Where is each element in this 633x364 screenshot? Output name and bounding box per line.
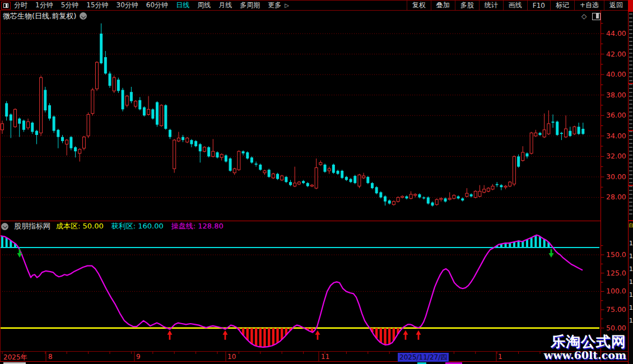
candle-body	[173, 140, 176, 169]
action-button-0[interactable]: 复权	[407, 1, 431, 10]
candle-body	[272, 174, 274, 178]
candle-body	[478, 192, 481, 197]
histogram-bar-below	[246, 328, 249, 340]
candle-body	[285, 177, 287, 182]
candle-body	[130, 92, 133, 101]
action-button-7[interactable]: +自选	[574, 1, 604, 10]
diamond-icon[interactable]: ◇	[581, 12, 587, 20]
candle-body	[294, 183, 296, 186]
histogram-bar-below	[380, 328, 382, 343]
action-button-3[interactable]: 统计	[479, 1, 503, 10]
candle-body	[242, 151, 245, 153]
main-y-label: 38.00	[606, 91, 626, 99]
candle-body	[177, 138, 180, 141]
action-button-6[interactable]: 标记	[550, 1, 574, 10]
pane-split-icon[interactable]	[592, 13, 601, 20]
period-tab-7[interactable]: 周线	[197, 1, 211, 10]
timeline-label-4: 11	[321, 353, 329, 361]
period-tab-9[interactable]: 多周期	[240, 1, 260, 10]
candle-body	[448, 198, 451, 199]
histogram-bar-below	[388, 328, 390, 344]
candle-body	[539, 133, 542, 135]
ind-y-label: 125.0	[606, 269, 626, 277]
candle-body	[203, 147, 206, 151]
candle-body	[388, 200, 391, 203]
period-tab-10[interactable]: 更多	[268, 1, 281, 10]
period-tab-1[interactable]: 1分钟	[35, 1, 53, 10]
candle-body	[109, 73, 111, 86]
candle-body	[233, 169, 236, 172]
candle-body	[27, 122, 30, 128]
candle-body	[18, 119, 21, 124]
candles[interactable]	[1, 24, 585, 207]
candle-body	[414, 194, 417, 195]
candle-body	[565, 129, 567, 137]
period-tab-3[interactable]: 15分钟	[86, 1, 108, 10]
right-panel-digit: 1	[629, 253, 633, 260]
candle-body	[40, 78, 43, 133]
histogram-bar-above	[1, 236, 3, 248]
chart-canvas[interactable]: 44.0042.0040.0038.0036.0034.0032.0030.00…	[0, 0, 633, 364]
candle-body	[169, 130, 171, 137]
candle-body	[578, 127, 580, 134]
candle-body	[138, 100, 141, 109]
candle-body	[151, 109, 154, 118]
candle-body	[328, 169, 331, 171]
candle-body	[470, 194, 473, 197]
candle-body	[100, 34, 103, 63]
candle-body	[122, 90, 124, 110]
ind-y-label: 50.00	[606, 324, 626, 332]
period-tab-0[interactable]: 分时	[14, 1, 27, 10]
candle-body	[268, 170, 271, 177]
histogram-bar-above	[534, 235, 537, 248]
candle-body	[466, 193, 468, 196]
period-tab-5[interactable]: 60分钟	[146, 1, 168, 10]
candle-body	[522, 152, 524, 161]
candle-body	[569, 131, 571, 136]
page-title: 微芯生物(日线.前复权)	[3, 11, 76, 21]
period-tab-8[interactable]: 月线	[218, 1, 232, 10]
candle-body	[48, 105, 51, 119]
candle-body	[560, 133, 563, 134]
candle-body	[405, 197, 408, 199]
sell-arrow-icon	[549, 249, 554, 258]
candle-body	[302, 181, 305, 183]
period-tab-2[interactable]: 5分钟	[61, 1, 79, 10]
right-panel-digit: 1	[629, 240, 633, 247]
candle-body	[263, 171, 266, 173]
action-button-2[interactable]: 多股	[455, 1, 479, 10]
ind-y-label: 75.00	[606, 305, 626, 314]
timeline-label-2: 9	[136, 353, 141, 361]
signal-arrows	[17, 249, 554, 340]
split-screen-icon[interactable]	[1, 2, 11, 10]
more-arrow-icon[interactable]: ▷	[285, 2, 289, 8]
buy-arrow-icon	[416, 330, 421, 340]
main-y-label: 30.00	[606, 172, 626, 181]
action-button-4[interactable]: 画线	[503, 1, 527, 10]
title-chevron-down-icon[interactable]	[80, 12, 87, 20]
candle-body	[440, 198, 443, 199]
action-button-1[interactable]: 叠加	[431, 1, 455, 10]
candle-body	[496, 184, 499, 185]
candle-body	[95, 62, 98, 89]
period-tab-4[interactable]: 30分钟	[117, 1, 138, 10]
indicator-source-name: 股朋指标网	[14, 221, 50, 231]
period-tab-6[interactable]: 日线	[176, 1, 189, 10]
action-button-5[interactable]: F10	[527, 1, 550, 10]
histogram-bar-above	[543, 239, 546, 248]
candle-body	[250, 157, 253, 162]
candle-body	[147, 109, 150, 114]
candle-body	[164, 105, 167, 129]
candle-body	[229, 158, 232, 171]
candle-body	[556, 122, 558, 135]
action-button-8[interactable]: 返回	[604, 1, 628, 10]
candle-body	[281, 176, 283, 180]
candle-body	[530, 133, 533, 153]
histogram-bar-above	[530, 237, 533, 248]
right-edge-panel[interactable]: 自 1111111	[628, 0, 633, 364]
buy-arrow-icon	[315, 330, 320, 340]
indicator-chevron-down-icon[interactable]	[1, 223, 8, 230]
main-y-label: 44.00	[606, 29, 626, 38]
bottom-clipped-row	[0, 362, 628, 364]
histogram-bar-below	[263, 328, 266, 347]
